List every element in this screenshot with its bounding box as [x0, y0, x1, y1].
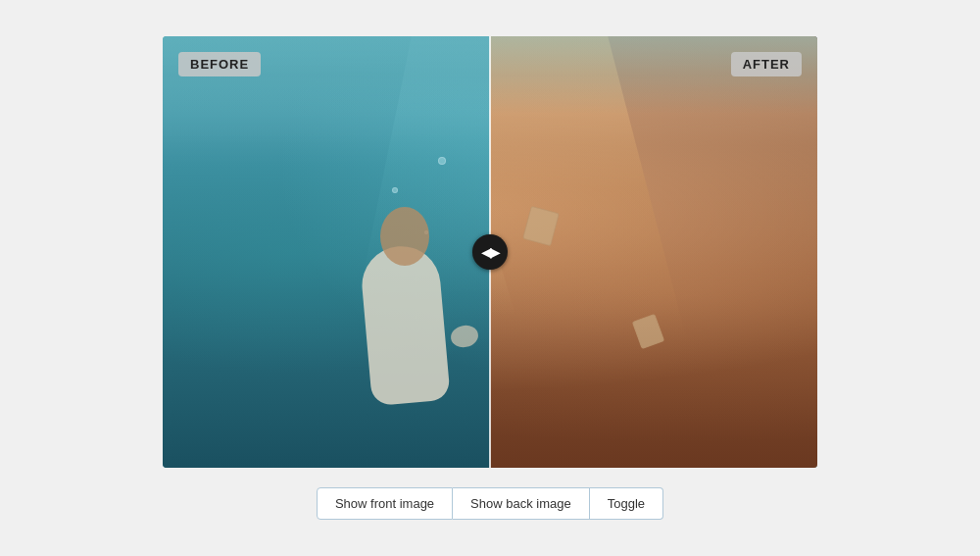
- handle-arrows-icon: ◀▶: [481, 245, 499, 259]
- after-label: AFTER: [731, 52, 802, 76]
- floating-object-2: [631, 314, 664, 350]
- toggle-button[interactable]: Toggle: [590, 487, 663, 520]
- show-back-button[interactable]: Show back image: [453, 487, 590, 520]
- buttons-row: Show front image Show back image Toggle: [317, 487, 663, 520]
- show-front-button[interactable]: Show front image: [317, 487, 453, 520]
- comparison-container: ◀▶ BEFORE AFTER Show front image Show ba…: [163, 36, 817, 520]
- comparison-viewer[interactable]: ◀▶ BEFORE AFTER: [163, 36, 817, 468]
- before-label: BEFORE: [178, 52, 261, 76]
- figure-before: [346, 207, 464, 403]
- floating-object-1: [522, 206, 560, 247]
- slider-handle[interactable]: ◀▶: [472, 234, 508, 270]
